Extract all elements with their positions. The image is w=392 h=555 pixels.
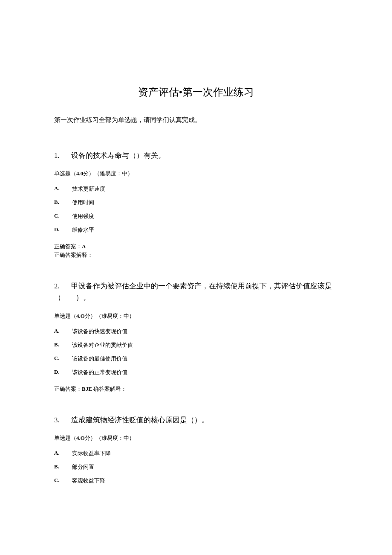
question-type: 单选题 bbox=[54, 435, 71, 441]
option-item: C.该设备的最佳使用价值 bbox=[54, 355, 338, 363]
option-item: A.技术更新速度 bbox=[54, 185, 338, 193]
option-text: 部分闲置 bbox=[72, 463, 94, 471]
score-unit: 分） bbox=[85, 313, 96, 319]
answer-label: 正确答案： bbox=[54, 386, 82, 392]
option-letter: A. bbox=[54, 185, 72, 193]
option-letter: C. bbox=[54, 477, 72, 485]
answer-block: 正确答案：A正确答案解释： bbox=[54, 242, 338, 259]
score-open: （ bbox=[71, 435, 76, 441]
option-text: 该设备的正常变现价值 bbox=[72, 369, 127, 376]
option-text: 该设备的最佳使用价值 bbox=[72, 355, 127, 363]
explain-label: 正确答案解释： bbox=[54, 252, 93, 258]
document-title: 资产评估•第一次作业练习 bbox=[54, 85, 338, 99]
difficulty: （难易度：中） bbox=[96, 435, 135, 441]
option-text: 该设备的快速变现价值 bbox=[72, 328, 127, 335]
question-title: 1.设备的技术寿命与（）有关。 bbox=[54, 150, 338, 161]
question-type: 单选题 bbox=[54, 170, 71, 177]
score-unit: 分） bbox=[85, 435, 96, 441]
options-list: A.该设备的快速变现价值B.该设备对企业的贡献价值C.该设备的最佳使用价值D.该… bbox=[54, 328, 338, 376]
option-letter: A. bbox=[54, 450, 72, 457]
question-meta: 单选题（4.O分）（难易度：中） bbox=[54, 434, 338, 442]
option-item: D.维修水平 bbox=[54, 226, 338, 234]
answer-block: 正确答案：BJE 确答案解释： bbox=[54, 385, 338, 393]
question-title: 2.甲设备作为被评估企业中的一个要素资产，在持续使用前提下，其评估价值应该是（ … bbox=[54, 280, 338, 303]
option-letter: C. bbox=[54, 355, 72, 363]
option-text: 客观收益下降 bbox=[72, 477, 105, 485]
question: 3.造成建筑物经济性贬值的核心原因是（）。单选题（4.O分）（难易度：中）A.实… bbox=[54, 414, 338, 485]
score-value: 4.0 bbox=[76, 170, 83, 177]
answer-value: A bbox=[82, 243, 86, 250]
explain-label: 确答案解释： bbox=[93, 386, 127, 392]
option-letter: D. bbox=[54, 369, 72, 376]
question-text: 造成建筑物经济性贬值的核心原因是（）。 bbox=[71, 416, 209, 424]
question-text: 甲设备作为被评估企业中的一个要素资产，在持续使用前提下，其评估价值应该是（ ）。 bbox=[54, 282, 332, 302]
difficulty: （难易度：中） bbox=[94, 170, 133, 177]
option-text: 该设备对企业的贡献价值 bbox=[72, 341, 133, 349]
option-letter: B. bbox=[54, 341, 72, 349]
question-text: 设备的技术寿命与（）有关。 bbox=[71, 151, 165, 160]
option-item: B.该设备对企业的贡献价值 bbox=[54, 341, 338, 349]
score-open: （ bbox=[71, 313, 76, 319]
options-list: A.实际收益率下降B.部分闲置C.客观收益下降 bbox=[54, 450, 338, 485]
question-meta: 单选题（4.O分）（难易度：中） bbox=[54, 312, 338, 320]
option-letter: B. bbox=[54, 199, 72, 206]
question: 1.设备的技术寿命与（）有关。单选题（4.0分）（难易度：中）A.技术更新速度B… bbox=[54, 150, 338, 259]
option-letter: A. bbox=[54, 328, 72, 335]
score-unit: 分） bbox=[83, 170, 94, 177]
option-text: 维修水平 bbox=[72, 226, 94, 234]
option-letter: D. bbox=[54, 226, 72, 234]
question-type: 单选题 bbox=[54, 313, 71, 319]
option-item: C.使用强度 bbox=[54, 212, 338, 220]
option-letter: B. bbox=[54, 463, 72, 471]
option-text: 技术更新速度 bbox=[72, 185, 105, 193]
questions-container: 1.设备的技术寿命与（）有关。单选题（4.0分）（难易度：中）A.技术更新速度B… bbox=[54, 150, 338, 485]
option-text: 实际收益率下降 bbox=[72, 450, 111, 457]
question: 2.甲设备作为被评估企业中的一个要素资产，在持续使用前提下，其评估价值应该是（ … bbox=[54, 280, 338, 393]
option-text: 使用时间 bbox=[72, 199, 94, 206]
answer-line: 正确答案：A bbox=[54, 242, 338, 251]
question-number: 2. bbox=[54, 280, 71, 292]
option-item: A.该设备的快速变现价值 bbox=[54, 328, 338, 335]
explain-line: 正确答案解释： bbox=[54, 251, 338, 259]
question-title: 3.造成建筑物经济性贬值的核心原因是（）。 bbox=[54, 414, 338, 426]
question-number: 3. bbox=[54, 414, 71, 426]
options-list: A.技术更新速度B.使用时间C.使用强度D.维修水平 bbox=[54, 185, 338, 234]
option-item: B.部分闲置 bbox=[54, 463, 338, 471]
option-item: C.客观收益下降 bbox=[54, 477, 338, 485]
answer-line: 正确答案：BJE 确答案解释： bbox=[54, 385, 338, 393]
question-number: 1. bbox=[54, 150, 71, 161]
difficulty: （难易度：中） bbox=[96, 313, 135, 319]
option-item: A.实际收益率下降 bbox=[54, 450, 338, 457]
answer-label: 正确答案： bbox=[54, 243, 82, 250]
option-letter: C. bbox=[54, 212, 72, 220]
option-item: D.该设备的正常变现价值 bbox=[54, 369, 338, 376]
option-text: 使用强度 bbox=[72, 212, 94, 220]
question-meta: 单选题（4.0分）（难易度：中） bbox=[54, 170, 338, 177]
score-open: （ bbox=[71, 170, 76, 177]
answer-value: BJE bbox=[82, 386, 92, 392]
intro-text: 第一次作业练习全部为单选题，请同学们认真完成。 bbox=[54, 116, 338, 124]
score-value: 4.O bbox=[76, 313, 85, 319]
score-value: 4.O bbox=[76, 435, 85, 441]
option-item: B.使用时间 bbox=[54, 199, 338, 206]
